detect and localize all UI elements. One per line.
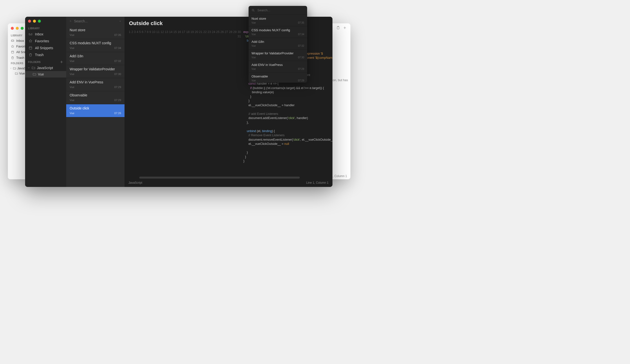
snippet-title: Observable: [70, 93, 121, 97]
popover-item-tag: Vue: [252, 79, 256, 82]
language-label: JavaScript: [128, 181, 142, 184]
popover-search-input[interactable]: [258, 8, 304, 12]
snippet-time: 07:29: [114, 99, 121, 102]
snippet-tag: Vue: [70, 112, 74, 115]
dark-inbox[interactable]: Inbox: [25, 31, 66, 38]
minimize-dot[interactable]: [16, 27, 19, 30]
snippet-time: 07:35: [114, 33, 121, 36]
snippet-tag: Vue: [70, 59, 74, 62]
popover-item-time: 07:29: [298, 79, 304, 82]
cursor-position: Line 1, Column 1: [306, 181, 328, 184]
popover-item-title: Wrapper for ValidatorProvider: [252, 51, 304, 55]
dark-folder-vue[interactable]: Vue: [25, 71, 66, 77]
popover-item-time: 07:34: [298, 33, 304, 36]
close-dot[interactable]: [28, 20, 31, 23]
snippet-title: Nuxt store: [70, 28, 121, 32]
dark-trash[interactable]: Trash: [25, 51, 66, 58]
snippet-item[interactable]: Nuxt storeVue07:35: [66, 26, 124, 39]
snippet-item[interactable]: Wrapper for ValidatorProviderVue07:30: [66, 65, 124, 78]
snippet-tag: Vue: [70, 46, 74, 49]
snippet-time: 07:29: [114, 86, 121, 88]
popover-item[interactable]: Add i18nVue07:32: [248, 38, 307, 49]
svg-point-5: [252, 9, 254, 11]
snippet-item[interactable]: Add ENV in VuePressVue07:29: [66, 78, 124, 91]
snippet-item[interactable]: Outside clickVue07:26: [66, 104, 124, 117]
popover-item-title: Nuxt store: [252, 17, 304, 20]
snippet-list: Nuxt storeVue07:35CSS modules NUXT confi…: [66, 17, 124, 187]
popover-item-title: Observable: [252, 74, 304, 78]
popover-item-title: CSS modules NUXT config: [252, 28, 304, 32]
snippet-tag: Vue: [70, 99, 74, 102]
clipboard-icon[interactable]: [336, 26, 340, 30]
popover-item[interactable]: CSS modules NUXT configVue07:34: [248, 26, 307, 38]
popover-search: [248, 6, 307, 14]
popover-item-title: Add ENV in VuePress: [252, 63, 304, 67]
popover-item[interactable]: Nuxt storeVue07:35: [248, 14, 307, 26]
popover-item-tag: Vue: [252, 44, 256, 47]
snippet-time: 07:30: [114, 72, 121, 75]
popover-item-time: 07:29: [298, 68, 304, 70]
editor-footer: JavaScript Line 1, Column 1: [124, 180, 332, 187]
popover-item-tag: Vue: [252, 68, 256, 70]
popover-item-time: 07:32: [298, 44, 304, 47]
snippet-item[interactable]: ObservableVue07:29: [66, 91, 124, 104]
snippet-tag: Vue: [70, 86, 74, 88]
popover-item-tag: Vue: [252, 21, 256, 24]
dark-library-label: LIBRARY: [25, 25, 66, 31]
search-popover: Nuxt storeVue07:35CSS modules NUXT confi…: [248, 6, 307, 83]
popover-item[interactable]: ObservableVue07:29: [248, 72, 307, 83]
snippet-tag: Vue: [70, 72, 74, 75]
add-folder-icon[interactable]: [60, 60, 63, 64]
svg-rect-0: [11, 51, 14, 53]
dark-traffic-lights: [25, 18, 66, 25]
dark-folders-label: FOLDERS: [28, 61, 40, 63]
dark-folder-javascript[interactable]: JavaScript: [25, 65, 66, 71]
search-icon: [252, 8, 255, 12]
search-bar: [66, 17, 124, 26]
popover-item-title: Add i18n: [252, 40, 304, 43]
svg-rect-3: [29, 47, 32, 49]
close-dot[interactable]: [11, 27, 14, 30]
search-icon: [70, 19, 71, 23]
snippet-title: Add ENV in VuePress: [70, 80, 121, 84]
minimize-dot[interactable]: [33, 20, 36, 23]
snippet-time: 07:26: [114, 112, 121, 115]
snippet-item[interactable]: CSS modules NUXT configVue07:34: [66, 39, 124, 52]
snippet-title: Add i18n: [70, 54, 121, 58]
popover-item[interactable]: Wrapper for ValidatorProviderVue07:30: [248, 49, 307, 61]
svg-point-4: [70, 21, 71, 22]
snippet-time: 07:32: [114, 59, 121, 62]
zoom-dot[interactable]: [21, 27, 24, 30]
snippet-title: CSS modules NUXT config: [70, 41, 121, 45]
popover-item-time: 07:35: [298, 21, 304, 24]
dark-all-snippets[interactable]: All Snippets: [25, 44, 66, 51]
popover-item[interactable]: Add ENV in VuePressVue07:29: [248, 61, 307, 72]
snippet-time: 07:34: [114, 46, 121, 49]
snippet-item[interactable]: Add i18nVue07:32: [66, 52, 124, 65]
line-gutter: 1 2 3 4 5 6 7 8 9 10 11 12 13 14 15 16 1…: [126, 30, 244, 177]
snippet-title: Outside click: [70, 106, 121, 110]
snippet-tag: Vue: [70, 33, 74, 36]
snippet-title: Wrapper for ValidatorProvider: [70, 67, 121, 71]
horizontal-scrollbar[interactable]: [139, 177, 328, 179]
popover-item-time: 07:30: [298, 56, 304, 59]
popover-item-tag: Vue: [252, 33, 256, 36]
popover-item-tag: Vue: [252, 56, 256, 59]
plus-icon[interactable]: [343, 26, 346, 29]
add-snippet-icon[interactable]: [119, 19, 121, 23]
dark-favorites[interactable]: Favorites: [25, 38, 66, 44]
dark-sidebar: LIBRARY Inbox Favorites All Snippets Tra…: [25, 17, 66, 187]
search-input[interactable]: [74, 19, 117, 23]
zoom-dot[interactable]: [38, 20, 41, 23]
